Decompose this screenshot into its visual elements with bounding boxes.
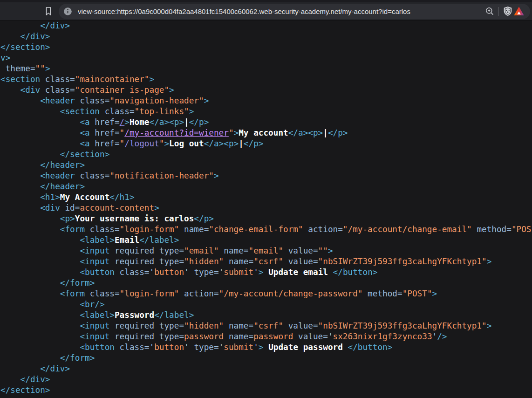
source-line: </div> — [0, 364, 532, 374]
tag-token: > — [164, 139, 169, 148]
attr-name-token: ' — [253, 343, 259, 352]
omnibox-separator — [498, 7, 499, 16]
tag-token: > — [328, 246, 333, 255]
tag-token: <h1> — [40, 192, 60, 202]
source-line: <label>Email</label> — [0, 235, 532, 246]
tag-token: <section — [0, 75, 45, 84]
attr-value-token: " — [120, 128, 125, 137]
source-line: </form> — [0, 278, 532, 288]
tag-token — [283, 321, 288, 330]
attr-name-token: type= — [159, 246, 184, 255]
attr-value-token: "POS — [512, 225, 532, 234]
attr-name-token: ' — [150, 343, 155, 352]
attr-value-token: " — [120, 139, 125, 148]
tag-token: </form> — [60, 353, 95, 363]
attr-name-token: required — [115, 257, 159, 266]
source-line: </div> — [0, 31, 532, 42]
attr-name-token: type= — [194, 268, 218, 277]
zoom-in-icon[interactable] — [484, 6, 495, 17]
source-link[interactable]: / — [120, 117, 125, 127]
attr-name-token: class= — [90, 225, 120, 234]
tag-token: > — [214, 171, 219, 180]
attr-value-token: "email" — [248, 246, 283, 255]
source-line: <p>Your username is: carlos</p> — [0, 213, 532, 224]
text-node-token: Your username is: carlos — [75, 214, 194, 223]
tag-token: </p> — [194, 214, 214, 223]
attr-value-token: account-content — [80, 203, 154, 213]
attr-name-token: href= — [95, 128, 119, 137]
tag-token — [303, 225, 308, 234]
attr-name-token: class= — [45, 75, 75, 84]
source-link[interactable]: /logout — [124, 139, 159, 148]
attr-value-token: sx263nixr1gf3zynco33 — [333, 332, 432, 341]
tag-token — [283, 257, 288, 266]
tag-token: > — [234, 128, 239, 137]
text-node-token: | — [323, 128, 328, 137]
text-node-token: Email — [115, 235, 139, 245]
attr-name-token: ' — [328, 332, 333, 341]
tag-token: <header — [40, 171, 80, 180]
attr-name-token: method= — [477, 225, 512, 234]
tag-token — [224, 257, 229, 266]
attr-name-token: required — [115, 332, 159, 341]
source-line: <div class="container is-page"> — [0, 85, 532, 96]
tag-token: </p> — [244, 139, 264, 148]
tag-token: <form — [60, 289, 90, 298]
tag-token: <input — [80, 332, 115, 341]
attr-name-token: class= — [120, 268, 150, 277]
tag-token — [224, 332, 229, 341]
attr-value-token: "nbSIWrZT39j593ffg3caLhgYFKchtyp1" — [318, 321, 487, 330]
tag-token: > — [45, 64, 50, 73]
source-line: <input required type=password name=passw… — [0, 331, 532, 342]
attr-value-token: "hidden" — [184, 321, 224, 330]
url-text[interactable]: view-source:https://0a9c000d04fa2aa4801f… — [78, 7, 410, 15]
attr-value-token: "maincontainer" — [75, 75, 150, 84]
attr-name-token: href= — [95, 117, 119, 127]
address-bar[interactable]: view-source:https://0a9c000d04fa2aa4801f… — [59, 4, 530, 19]
source-line: </div> — [0, 21, 532, 31]
source-line: </section> — [0, 385, 532, 396]
tag-token: <input — [80, 257, 115, 266]
tag-token: <form — [60, 225, 90, 234]
attr-name-token: value= — [288, 257, 318, 266]
text-node-token: My account — [239, 128, 288, 137]
tag-token: </a><p> — [288, 128, 323, 137]
source-line: <button class='button' type='submit'> Up… — [0, 267, 532, 278]
tag-token: </p> — [328, 128, 348, 137]
tag-token: > — [432, 289, 437, 298]
browser-toolbar: view-source:https://0a9c000d04fa2aa4801f… — [0, 2, 532, 21]
attr-name-token: class= — [80, 171, 109, 180]
attr-name-token: ' — [219, 268, 224, 277]
tag-token: </label> — [154, 310, 194, 320]
attr-name-token: ' — [253, 268, 259, 277]
attr-value-token: "login-form" — [120, 225, 179, 234]
attr-name-token: class= — [90, 289, 120, 298]
source-line: <a href="/logout">Log out</a><p>|</p> — [0, 138, 532, 149]
brave-shield-icon[interactable] — [502, 6, 513, 17]
attr-value-token: "POST" — [402, 289, 432, 298]
attr-name-token: required — [115, 246, 159, 255]
tag-token: <p> — [60, 214, 75, 223]
attr-value-token: submit — [224, 343, 253, 352]
tag-token: <button — [80, 343, 119, 352]
source-line: <a href="/my-account?id=wiener">My accou… — [0, 128, 532, 138]
tag-token: </a><p> — [150, 117, 184, 127]
bookmark-icon[interactable] — [43, 6, 54, 17]
attr-name-token: name= — [224, 246, 248, 255]
attr-name-token: name= — [229, 332, 253, 341]
attr-name-token: required — [115, 321, 159, 330]
text-node-token: Update email — [264, 268, 333, 277]
tag-token: <div — [20, 85, 45, 95]
attr-name-token: ' — [432, 332, 437, 341]
info-icon[interactable] — [61, 5, 74, 18]
attr-name-token: type= — [194, 343, 218, 352]
attr-value-token: "login-form" — [120, 289, 179, 298]
source-link-visited[interactable]: /my-account?id=wiener — [124, 128, 229, 137]
brave-rewards-icon[interactable] — [513, 6, 525, 17]
tag-token — [283, 246, 288, 255]
tag-token: > — [487, 321, 492, 330]
tag-token: </section> — [0, 42, 50, 52]
attr-name-token: ' — [184, 343, 194, 352]
tag-token: <a — [80, 139, 95, 148]
tag-token: <button — [80, 268, 119, 277]
